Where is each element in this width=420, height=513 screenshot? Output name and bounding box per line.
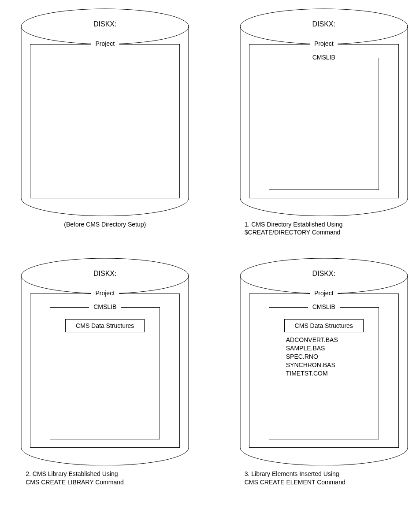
cylinder-icon: DISKX: Project CMSLIB CMS Data Structure… xyxy=(17,254,193,465)
project-box: Project CMSLIB xyxy=(249,44,399,198)
project-label: Project xyxy=(310,40,338,47)
file-item: TIMETST.COM xyxy=(286,369,372,378)
caption-line2: $CREATE/DIRECTORY Command xyxy=(245,228,403,236)
caption-line1: (Before CMS Directory Setup) xyxy=(64,221,146,228)
project-label: Project xyxy=(91,40,119,47)
cylinder-icon: DISKX: Project xyxy=(17,4,193,216)
caption-line2: CMS CREATE ELEMENT Command xyxy=(245,478,403,486)
cmslib-label: CMSLIB xyxy=(308,54,340,61)
project-box: Project CMSLIB CMS Data Structures xyxy=(30,294,180,448)
cylinder-content: Project CMSLIB xyxy=(249,44,399,198)
cylinder-icon: DISKX: Project CMSLIB CMS Data Structure… xyxy=(236,254,412,465)
file-item: ADCONVERT.BAS xyxy=(286,336,372,344)
disk-label: DISKX: xyxy=(17,20,193,28)
caption-line1: 3. Library Elements Inserted Using xyxy=(245,470,339,477)
data-structures-box: CMS Data Structures xyxy=(65,319,145,332)
disk-label: DISKX: xyxy=(236,20,412,28)
panel-step2: DISKX: Project CMSLIB CMS Data Structure… xyxy=(4,254,206,486)
panel-step1: DISKX: Project CMSLIB 1. CMS Directory E… xyxy=(223,4,420,236)
disk-label: DISKX: xyxy=(236,270,412,278)
cmslib-box: CMSLIB xyxy=(269,58,379,190)
cylinder-icon: DISKX: Project CMSLIB xyxy=(236,4,412,216)
disk-label: DISKX: xyxy=(17,270,193,278)
caption: 3. Library Elements Inserted Using CMS C… xyxy=(245,470,403,486)
cylinder-content: Project xyxy=(30,44,180,198)
data-structures-box: CMS Data Structures xyxy=(284,319,364,332)
file-item: SYNCHRON.BAS xyxy=(286,361,372,369)
cylinder-content: Project CMSLIB CMS Data Structures xyxy=(30,294,180,448)
project-box: Project CMSLIB CMS Data Structures ADCON… xyxy=(249,294,399,448)
file-item: SAMPLE.BAS xyxy=(286,344,372,353)
cmslib-box: CMSLIB CMS Data Structures ADCONVERT.BAS… xyxy=(269,307,379,439)
caption: 1. CMS Directory Established Using $CREA… xyxy=(245,220,403,236)
project-box: Project xyxy=(30,44,180,198)
cmslib-label: CMSLIB xyxy=(308,303,340,310)
caption-line1: 2. CMS Library Established Using xyxy=(26,470,118,477)
caption: (Before CMS Directory Setup) xyxy=(26,220,184,228)
file-list: ADCONVERT.BAS SAMPLE.BAS SPEC.RNO SYNCHR… xyxy=(286,336,372,377)
caption-line2: CMS CREATE LIBRARY Command xyxy=(26,478,184,486)
panel-step3: DISKX: Project CMSLIB CMS Data Structure… xyxy=(223,254,420,486)
caption-line1: 1. CMS Directory Established Using xyxy=(245,221,343,228)
diagram-grid: DISKX: Project (Before CMS Directory Set… xyxy=(4,4,420,486)
project-label: Project xyxy=(310,290,338,297)
cmslib-label: CMSLIB xyxy=(89,303,121,310)
cylinder-content: Project CMSLIB CMS Data Structures ADCON… xyxy=(249,294,399,448)
file-item: SPEC.RNO xyxy=(286,353,372,361)
project-label: Project xyxy=(91,290,119,297)
caption: 2. CMS Library Established Using CMS CRE… xyxy=(26,470,184,486)
cmslib-box: CMSLIB CMS Data Structures xyxy=(50,307,160,439)
panel-before-setup: DISKX: Project (Before CMS Directory Set… xyxy=(4,4,206,236)
